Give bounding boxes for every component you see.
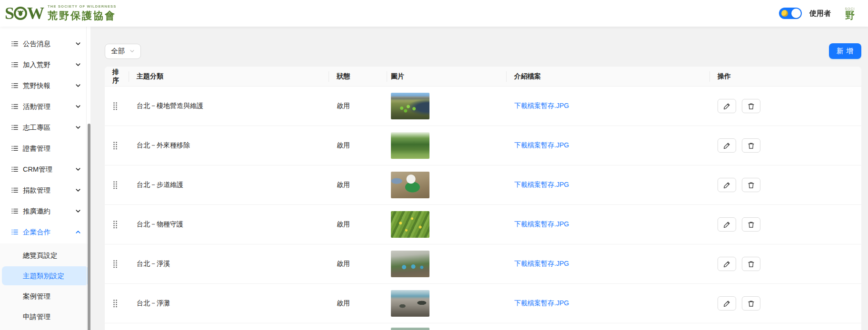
theme-toggle[interactable] (779, 8, 802, 19)
download-file-link[interactable]: 下載檔案暫存.JPG (514, 299, 569, 307)
thumbnail (391, 251, 429, 277)
status-cell: 啟用 (329, 260, 387, 268)
category-cell: 台北－淨灘 (129, 299, 329, 308)
chevron-down-icon (75, 208, 81, 214)
download-file-link[interactable]: 下載檔案暫存.JPG (514, 181, 569, 188)
status-cell: 啟用 (329, 102, 387, 110)
toggle-knob (791, 9, 801, 18)
download-file-link[interactable]: 下載檔案暫存.JPG (514, 260, 569, 267)
delete-button[interactable] (742, 296, 760, 311)
trash-icon (748, 142, 755, 149)
app-header: S W THE SOCIETY OF WILDERNESS 荒野保護協會 使用者… (0, 0, 868, 27)
sidebar-item-join[interactable]: 加入荒野 (2, 55, 89, 74)
trash-icon (748, 182, 755, 189)
edit-button[interactable] (718, 178, 736, 192)
delete-button[interactable] (742, 178, 760, 192)
list-icon (11, 124, 18, 131)
download-file-link[interactable]: 下載檔案暫存.JPG (514, 220, 569, 228)
chevron-down-icon (75, 125, 81, 130)
delete-button[interactable] (742, 99, 760, 113)
delete-button[interactable] (742, 138, 760, 153)
table-row: 台北－步道維護 啟用 下載檔案暫存.JPG (105, 165, 861, 204)
sidebar-item-volunteers[interactable]: 志工專區 (2, 118, 89, 137)
moon-icon (781, 10, 788, 17)
download-file-link[interactable]: 下載檔案暫存.JPG (514, 102, 569, 109)
download-file-link[interactable]: 下載檔案暫存.JPG (514, 141, 569, 149)
list-icon (11, 61, 18, 68)
delete-button[interactable] (742, 217, 760, 232)
drag-handle-icon[interactable] (112, 220, 118, 229)
list-icon (11, 208, 18, 214)
list-icon (11, 166, 18, 173)
drag-handle-icon[interactable] (112, 102, 118, 110)
edit-button[interactable] (718, 257, 736, 271)
trash-icon (748, 300, 755, 307)
thumbnail (391, 132, 429, 159)
add-button[interactable]: 新 增 (829, 43, 861, 59)
logo-letter-w: W (27, 5, 44, 22)
bee-in-o-icon (13, 6, 28, 20)
sidebar-item-corporate[interactable]: 企業合作 (2, 223, 89, 242)
list-icon (11, 187, 18, 194)
sidebar: 公告消息 加入荒野 荒野快報 活動管理 志工專區 證書管理 (0, 27, 90, 330)
main-content: 全部 新 增 排序 主題分類 狀態 圖片 介紹檔案 操作 台北－棲地營造與維護 … (90, 27, 868, 330)
drag-handle-icon[interactable] (112, 181, 118, 189)
table-row: 台北－外來種移除 啟用 下載檔案暫存.JPG (105, 126, 861, 165)
sidebar-item-outreach[interactable]: 推廣邀約 (2, 202, 89, 221)
status-cell: 啟用 (329, 181, 387, 189)
chevron-up-icon (75, 229, 81, 235)
edit-button[interactable] (718, 99, 736, 113)
edit-button[interactable] (718, 217, 736, 232)
select-arrow-icon (130, 49, 135, 54)
pencil-icon (723, 142, 730, 149)
delete-button[interactable] (742, 257, 760, 271)
chevron-down-icon (75, 166, 81, 172)
table-row: 台北－淨溪 啟用 下載檔案暫存.JPG (105, 244, 861, 283)
thumbnail (391, 93, 429, 119)
avatar-logo[interactable]: SOCI 野 (838, 7, 861, 20)
drag-handle-icon[interactable] (112, 141, 118, 150)
pencil-icon (723, 182, 730, 189)
submenu-item-theme-category-settings[interactable]: 主題類別設定 (2, 266, 89, 285)
chevron-down-icon (75, 62, 81, 68)
filter-select-value: 全部 (111, 47, 125, 56)
submenu-item-overview-settings[interactable]: 總覽頁設定 (2, 246, 89, 265)
thumbnail (391, 172, 429, 198)
status-cell: 啟用 (329, 220, 387, 229)
thumbnail (391, 290, 429, 317)
column-header-sort: 排序 (105, 67, 129, 86)
drag-handle-icon[interactable] (112, 299, 118, 308)
sidebar-item-crm[interactable]: CRM管理 (2, 160, 89, 179)
category-cell: 台北－物種守護 (129, 220, 329, 229)
category-cell: 台北－棲地營造與維護 (129, 102, 329, 110)
edit-button[interactable] (718, 296, 736, 311)
thumbnail (391, 211, 429, 238)
table-row-partial (105, 323, 861, 330)
avatar-char: 野 (845, 10, 855, 20)
category-cell: 台北－淨溪 (129, 260, 329, 268)
pencil-icon (723, 221, 730, 228)
logo-letter-s: S (5, 5, 14, 22)
list-icon (11, 229, 18, 235)
sidebar-item-events[interactable]: 活動管理 (2, 97, 89, 116)
org-logo[interactable]: S W THE SOCIETY OF WILDERNESS 荒野保護協會 (5, 4, 117, 22)
list-icon (11, 40, 18, 47)
table-row: 台北－棲地營造與維護 啟用 下載檔案暫存.JPG (105, 86, 861, 126)
filter-select[interactable]: 全部 (105, 44, 141, 59)
sidebar-item-announcements[interactable]: 公告消息 (2, 34, 89, 53)
sow-logo-text: S W (5, 5, 44, 22)
edit-button[interactable] (718, 138, 736, 153)
sidebar-item-donations[interactable]: 捐款管理 (2, 181, 89, 200)
chevron-down-icon (75, 41, 81, 47)
chevron-down-icon (75, 187, 81, 193)
status-cell: 啟用 (329, 141, 387, 150)
sidebar-item-newsletter[interactable]: 荒野快報 (2, 76, 89, 95)
pencil-icon (723, 103, 730, 110)
submenu-item-application-management[interactable]: 申請管理 (2, 307, 89, 326)
submenu-item-case-management[interactable]: 案例管理 (2, 287, 89, 306)
sidebar-item-certificates[interactable]: 證書管理 (2, 139, 89, 158)
trash-icon (748, 221, 755, 228)
trash-icon (748, 103, 755, 110)
drag-handle-icon[interactable] (112, 260, 118, 268)
org-name: 荒野保護協會 (48, 9, 116, 22)
